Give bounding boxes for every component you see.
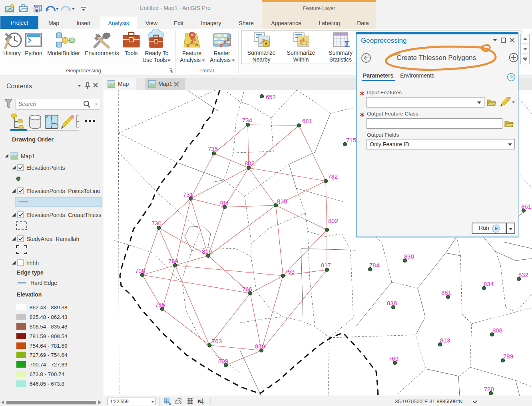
svg-text:Ready To: Ready To xyxy=(145,50,169,56)
svg-text:759: 759 xyxy=(285,268,295,275)
svg-text:766: 766 xyxy=(242,286,252,293)
svg-text:Statistics: Statistics xyxy=(329,56,352,63)
svg-text:681: 681 xyxy=(302,117,312,124)
svg-text:Nearby: Nearby xyxy=(252,56,270,63)
svg-text:784: 784 xyxy=(369,262,379,269)
svg-text:808: 808 xyxy=(492,327,502,334)
svg-text:ElevationPoints_CreateThiess: ElevationPoints_CreateThiess xyxy=(26,212,102,218)
svg-text:785: 785 xyxy=(155,301,165,308)
svg-text:Hard Edge: Hard Edge xyxy=(30,280,57,286)
svg-text:769: 769 xyxy=(168,258,178,265)
svg-text:834: 834 xyxy=(484,281,494,287)
svg-text:History: History xyxy=(3,50,21,56)
svg-text:Summarize: Summarize xyxy=(247,50,276,56)
svg-text:StudyArea_Ramallah: StudyArea_Ramallah xyxy=(26,236,79,242)
svg-text:Feature: Feature xyxy=(182,50,201,56)
svg-text:789: 789 xyxy=(503,353,513,360)
svg-text:Summarize: Summarize xyxy=(287,50,315,56)
svg-text:732: 732 xyxy=(328,173,338,180)
svg-text:805: 805 xyxy=(245,160,255,167)
svg-text:731: 731 xyxy=(183,191,193,198)
svg-text:800: 800 xyxy=(255,343,265,350)
svg-text:hhhh: hhhh xyxy=(26,260,39,266)
svg-text:861: 861 xyxy=(521,203,531,210)
svg-text:813: 813 xyxy=(440,337,450,344)
svg-text:Raster: Raster xyxy=(213,50,230,56)
svg-text:784: 784 xyxy=(219,199,229,206)
svg-text:809: 809 xyxy=(218,358,228,364)
svg-text:735: 735 xyxy=(208,145,218,152)
svg-text:715: 715 xyxy=(346,137,356,143)
svg-text:Within: Within xyxy=(293,56,309,63)
svg-text:817: 817 xyxy=(321,262,331,269)
svg-text:830: 830 xyxy=(404,253,414,260)
svg-text:Analysis: Analysis xyxy=(210,57,231,63)
svg-text:Tools: Tools xyxy=(125,50,138,56)
svg-text:Σ: Σ xyxy=(345,39,350,49)
svg-text:Portal: Portal xyxy=(200,68,214,74)
svg-text:ModelBuilder: ModelBuilder xyxy=(47,50,80,56)
svg-text:N: N xyxy=(198,398,201,404)
svg-text:861: 861 xyxy=(441,289,451,296)
svg-text:802: 802 xyxy=(328,217,338,224)
svg-text:Analysis: Analysis xyxy=(180,57,201,63)
svg-text:ElevationPoints_PointsToLine: ElevationPoints_PointsToLine xyxy=(26,188,100,194)
svg-text:Geoprocessing: Geoprocessing xyxy=(66,68,101,74)
svg-text:734: 734 xyxy=(242,117,252,123)
svg-text:763: 763 xyxy=(212,338,222,344)
svg-text:708: 708 xyxy=(135,267,145,274)
svg-text:Elevation: Elevation xyxy=(17,291,42,298)
svg-text:Use Tools: Use Tools xyxy=(142,57,167,63)
svg-text:810: 810 xyxy=(277,198,287,205)
svg-text:832: 832 xyxy=(518,271,528,278)
svg-text:838: 838 xyxy=(387,300,397,306)
svg-text:Python: Python xyxy=(25,50,42,56)
svg-text:Summary: Summary xyxy=(329,50,353,56)
svg-text:730: 730 xyxy=(151,220,161,227)
svg-text:?: ? xyxy=(510,74,512,80)
svg-text:652: 652 xyxy=(266,94,276,100)
svg-text:Edge type: Edge type xyxy=(17,269,44,276)
svg-text:810: 810 xyxy=(202,248,212,255)
svg-text:ElevationPoints: ElevationPoints xyxy=(26,165,65,171)
svg-text:769: 769 xyxy=(389,355,399,362)
svg-text:Map1: Map1 xyxy=(21,153,35,159)
svg-text:Environments: Environments xyxy=(85,50,119,56)
svg-text:780: 780 xyxy=(484,386,494,392)
